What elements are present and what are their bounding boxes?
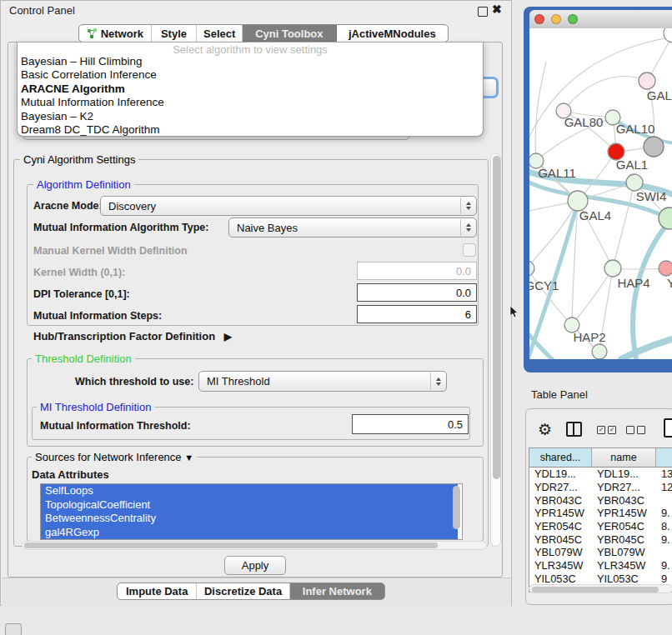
network-edge <box>613 182 634 268</box>
node-label-gal10: GAL10 <box>616 122 655 136</box>
checked-box-icon[interactable]: ✓ <box>597 426 605 434</box>
table-row[interactable]: YPR145WYPR145W9. <box>529 507 672 520</box>
table-row[interactable]: YDR27...YDR27...12 <box>529 481 672 494</box>
attribute-item-selected[interactable]: gal4RGexp <box>41 526 458 540</box>
algorithm-option[interactable]: Bayesian – K2 <box>18 110 483 123</box>
settings-vertical-scrollbar[interactable] <box>490 153 501 547</box>
network-icon <box>87 28 98 39</box>
network-canvas[interactable]: GAL7GAL80GAL10GAL1GAL11SWI4GAL4GCY1HAP4Y… <box>529 28 672 359</box>
mac-minimize-icon[interactable] <box>551 14 561 24</box>
algorithm-option[interactable]: Mutual Information Inference <box>18 96 483 109</box>
tab-jactivemnodules[interactable]: jActiveMNodules <box>337 25 448 42</box>
which-threshold-combobox[interactable]: MI Threshold <box>198 371 447 392</box>
node-label-gal80: GAL80 <box>564 115 604 129</box>
data-attributes-list[interactable]: SelfLoopsTopologicalCoefficientBetweenne… <box>40 483 463 540</box>
algorithm-definition-legend: Algorithm Definition <box>33 178 134 191</box>
list-scrollbar[interactable] <box>453 486 460 529</box>
sources-legend[interactable]: Sources for Network Inference ▼ <box>32 451 197 463</box>
tab-infer-network[interactable]: Infer Network <box>290 583 384 599</box>
which-threshold-value: MI Threshold <box>207 375 270 388</box>
tab-style[interactable]: Style <box>152 25 198 42</box>
table-row[interactable]: YLR345WYLR345W9. <box>529 559 672 572</box>
column-header[interactable]: shared... <box>529 448 592 467</box>
algorithm-option[interactable]: Basic Correlation Inference <box>18 68 483 82</box>
table-cell: YIL053C <box>529 572 592 586</box>
mi-threshold-definition-legend: MI Threshold Definition <box>37 401 154 413</box>
mi-steps-field[interactable]: 6 <box>357 305 477 323</box>
apply-button[interactable]: Apply <box>224 556 286 575</box>
kernel-width-label: Kernel Width (0,1): <box>33 267 125 278</box>
table-cell: YIL053C <box>592 572 656 586</box>
algorithm-option[interactable]: Dream8 DC_TDC Algorithm <box>18 123 483 137</box>
close-icon[interactable]: ✖ <box>492 2 502 16</box>
attribute-item-selected[interactable]: BetweennessCentrality <box>41 512 458 526</box>
table-row[interactable]: YBR043CYBR043C <box>529 493 672 507</box>
unchecked-box-icon[interactable] <box>626 426 634 434</box>
tab-select[interactable]: Select <box>197 25 243 42</box>
manual-kernel-checkbox[interactable] <box>463 243 476 257</box>
gear-icon[interactable]: ⚙ <box>538 420 552 439</box>
table-row[interactable]: YIL053CYIL053C9 <box>529 572 672 586</box>
aracne-mode-label: Aracne Mode: <box>33 200 103 212</box>
control-panel-tabbar: NetworkStyleSelectCyni ToolboxjActiveMNo… <box>78 24 449 42</box>
mi-threshold-label: Mutual Information Threshold: <box>40 420 191 432</box>
table-cell: YDR27... <box>529 481 592 494</box>
node-swi4[interactable] <box>659 208 672 229</box>
mac-close-icon[interactable] <box>534 14 544 24</box>
mi-type-combobox[interactable]: Naive Bayes <box>228 218 477 238</box>
unchecked-box-icon[interactable] <box>637 426 645 434</box>
attribute-item-selected[interactable]: TopologicalCoefficient <box>41 498 458 512</box>
hub-section-toggle[interactable]: Hub/Transcription Factor Definition ▶ <box>33 330 232 342</box>
node-gal1b[interactable] <box>626 174 643 191</box>
table-cell: YDL19... <box>592 468 656 481</box>
column-header[interactable] <box>656 448 672 467</box>
mi-threshold-field[interactable]: 0.5 <box>352 414 469 434</box>
tab-impute-data[interactable]: Impute Data <box>118 583 197 599</box>
dpi-tolerance-field[interactable]: 0.0 <box>357 283 477 302</box>
collapsed-panel-button[interactable] <box>5 623 22 635</box>
tab-network[interactable]: Network <box>79 25 152 42</box>
table-cell <box>656 546 672 559</box>
node-label-gal4: GAL4 <box>579 208 611 222</box>
algorithm-option[interactable]: ARACNE Algorithm <box>18 82 483 96</box>
column-layout-icon[interactable] <box>566 422 582 437</box>
node-top-corner[interactable] <box>664 28 672 42</box>
table-panel: ⚙ ✓ ✓ shared...nameYDL19...YDL19...13YDR… <box>525 408 672 605</box>
table-row[interactable]: YER054CYER054C8. <box>529 520 672 533</box>
column-header[interactable]: name <box>592 448 656 467</box>
table-cell: 12 <box>656 481 672 494</box>
mi-type-value: Naive Bayes <box>237 222 298 234</box>
node-bottom[interactable] <box>592 344 607 359</box>
attribute-item-selected[interactable]: SelfLoops <box>41 484 458 498</box>
tab-discretize-data[interactable]: Discretize Data <box>197 583 289 599</box>
network-edge <box>621 338 672 359</box>
node-label-hap4: HAP4 <box>617 276 649 290</box>
node-label-swi4: SWI4 <box>636 189 667 203</box>
algorithm-option[interactable]: Bayesian – Hill Climbing <box>18 55 483 68</box>
table-row[interactable]: YBL079WYBL079W <box>529 546 672 559</box>
node-salmon[interactable] <box>659 261 672 276</box>
table-row[interactable]: YBR045CYBR045C9. <box>529 532 672 546</box>
kernel-width-field[interactable]: 0.0 <box>357 262 477 280</box>
node-gal7[interactable] <box>639 72 655 89</box>
node-gray[interactable] <box>644 137 664 157</box>
network-window-titlebar[interactable] <box>529 10 672 29</box>
float-window-icon[interactable] <box>478 7 488 17</box>
mouse-cursor <box>509 305 519 319</box>
checked-box-icon[interactable]: ✓ <box>608 426 616 434</box>
settings-horizontal-scrollbar[interactable] <box>22 541 487 550</box>
node-gcy1[interactable] <box>529 261 534 276</box>
table-row[interactable]: YDL19...YDL19...13 <box>529 468 672 481</box>
network-view-window[interactable]: GAL7GAL80GAL10GAL1GAL11SWI4GAL4GCY1HAP4Y… <box>524 7 672 372</box>
document-icon[interactable] <box>664 418 672 438</box>
node-table[interactable]: shared...nameYDL19...YDL19...13YDR27...Y… <box>529 448 672 592</box>
mac-zoom-icon[interactable] <box>568 14 578 24</box>
mi-steps-label: Mutual Information Steps: <box>33 310 162 322</box>
table-horizontal-scrollbar[interactable] <box>529 584 672 593</box>
aracne-mode-combobox[interactable]: Discovery <box>100 196 477 216</box>
node-label-hap2: HAP2 <box>573 330 605 344</box>
tab-cyni-toolbox[interactable]: Cyni Toolbox <box>243 25 336 42</box>
algorithm-dropdown-items: Bayesian – Hill ClimbingBasic Correlatio… <box>18 55 483 137</box>
control-panel-title: Control Panel <box>9 4 75 17</box>
node-hap4[interactable] <box>604 260 621 277</box>
